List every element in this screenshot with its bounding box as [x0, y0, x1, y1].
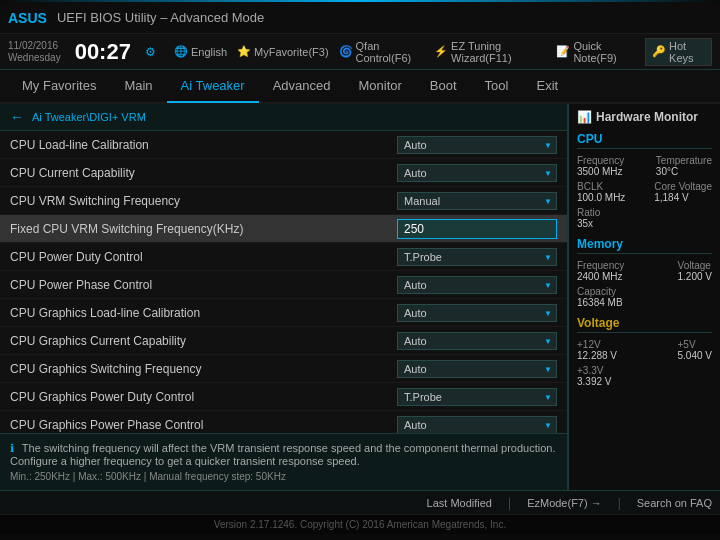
hw-ratio-label: Ratio	[577, 207, 712, 218]
last-modified-btn[interactable]: Last Modified	[427, 497, 492, 509]
nav-aitweaker[interactable]: Ai Tweaker	[167, 69, 259, 103]
footer: Version 2.17.1246. Copyright (C) 2016 Am…	[0, 514, 720, 534]
nav-tool[interactable]: Tool	[471, 69, 523, 103]
globe-icon: 🌐	[174, 45, 188, 58]
datetime-display: 11/02/2016 Wednesday	[8, 40, 61, 64]
hotkeys-link[interactable]: 🔑 Hot Keys	[645, 38, 712, 66]
info-text-row: ℹ The switching frequency will affect th…	[10, 442, 557, 467]
setting-dropdown[interactable]: AutoManual	[397, 360, 557, 378]
info-icon: ℹ	[10, 442, 14, 454]
setting-label: CPU Graphics Switching Frequency	[10, 362, 397, 376]
hw-5v-value: 5.040 V	[678, 350, 712, 361]
dropdown-wrapper: AutoManual	[397, 360, 557, 378]
breadcrumb: ← Ai Tweaker\DIGI+ VRM	[0, 104, 567, 131]
setting-dropdown[interactable]: T.ProbeExtreme	[397, 248, 557, 266]
hw-cpu-row1: Frequency 3500 MHz Temperature 30°C	[577, 155, 712, 177]
setting-row[interactable]: CPU VRM Switching FrequencyAutoManual	[0, 187, 567, 215]
hw-33v-label: +3.3V	[577, 365, 712, 376]
setting-row[interactable]: CPU Power Duty ControlT.ProbeExtreme	[0, 243, 567, 271]
note-icon: 📝	[556, 45, 570, 58]
hw-cpu-ratio: Ratio 35x	[577, 207, 712, 229]
nav-advanced[interactable]: Advanced	[259, 69, 345, 103]
setting-row[interactable]: CPU Graphics Switching FrequencyAutoManu…	[0, 355, 567, 383]
dropdown-wrapper: AutoLevel 1Level 2Level 3Level 4Level 5L…	[397, 304, 557, 322]
setting-row[interactable]: CPU Current CapabilityAuto100%110%120%13…	[0, 159, 567, 187]
hotkeys-icon: 🔑	[652, 45, 666, 58]
dropdown-wrapper: AutoLevel 1Level 2Level 3Level 4Level 5L…	[397, 136, 557, 154]
setting-dropdown[interactable]: T.ProbeExtreme	[397, 388, 557, 406]
setting-row[interactable]: CPU Graphics Power Phase ControlAutoStan…	[0, 411, 567, 433]
dropdown-wrapper: AutoStandardOptimizedExtreme	[397, 416, 557, 434]
setting-dropdown[interactable]: Auto100%110%120%130%140%	[397, 332, 557, 350]
hw-mem-row1: Frequency 2400 MHz Voltage 1.200 V	[577, 260, 712, 282]
eztuning-label: EZ Tuning Wizard(F11)	[451, 40, 546, 64]
second-bar: 11/02/2016 Wednesday 00:27 ⚙ 🌐 English ⭐…	[0, 34, 720, 70]
ezmode-btn[interactable]: EzMode(F7) →	[527, 497, 602, 509]
myfavorite-link[interactable]: ⭐ MyFavorite(F3)	[237, 38, 329, 66]
setting-label: CPU Graphics Power Duty Control	[10, 390, 397, 404]
hw-cpu-freq-value: 3500 MHz	[577, 166, 624, 177]
setting-row[interactable]: CPU Graphics Power Duty ControlT.ProbeEx…	[0, 383, 567, 411]
setting-dropdown[interactable]: AutoLevel 1Level 2Level 3Level 4Level 5L…	[397, 304, 557, 322]
hw-mem-capacity: Capacity 16384 MB	[577, 286, 712, 308]
hw-ratio-value: 35x	[577, 218, 712, 229]
hw-monitor-title: 📊 Hardware Monitor	[577, 110, 712, 124]
clock-display: 00:27	[75, 39, 131, 65]
main-area: ← Ai Tweaker\DIGI+ VRM CPU Load-line Cal…	[0, 104, 720, 490]
setting-dropdown[interactable]: AutoStandardOptimizedExtreme	[397, 416, 557, 434]
eztuning-link[interactable]: ⚡ EZ Tuning Wizard(F11)	[434, 38, 546, 66]
qfan-link[interactable]: 🌀 Qfan Control(F6)	[339, 38, 425, 66]
left-panel: ← Ai Tweaker\DIGI+ VRM CPU Load-line Cal…	[0, 104, 568, 490]
hw-cpu-title: CPU	[577, 132, 712, 149]
setting-dropdown[interactable]: AutoManual	[397, 192, 557, 210]
setting-dropdown[interactable]: AutoLevel 1Level 2Level 3Level 4Level 5L…	[397, 136, 557, 154]
nav-monitor[interactable]: Monitor	[345, 69, 416, 103]
hw-capacity-label: Capacity	[577, 286, 712, 297]
back-arrow-icon[interactable]: ←	[10, 109, 24, 125]
nav-exit[interactable]: Exit	[522, 69, 572, 103]
setting-row[interactable]: Fixed CPU VRM Switching Frequency(KHz)	[0, 215, 567, 243]
setting-input[interactable]	[397, 219, 557, 239]
setting-label: CPU Graphics Current Capability	[10, 334, 397, 348]
nav-boot[interactable]: Boot	[416, 69, 471, 103]
hw-cpu-temp-label: Temperature	[656, 155, 712, 166]
hw-33v: +3.3V 3.392 V	[577, 365, 712, 387]
setting-label: CPU Graphics Power Phase Control	[10, 418, 397, 432]
quicknote-link[interactable]: 📝 Quick Note(F9)	[556, 38, 635, 66]
hw-mem-volt-value: 1.200 V	[678, 271, 712, 282]
hw-corevolt-label: Core Voltage	[654, 181, 712, 192]
nav-myfavorites[interactable]: My Favorites	[8, 69, 110, 103]
hw-volt-row1: +12V 12.288 V +5V 5.040 V	[577, 339, 712, 361]
date-line2: Wednesday	[8, 52, 61, 64]
hw-mem-freq-value: 2400 MHz	[577, 271, 624, 282]
hw-monitor-label: Hardware Monitor	[596, 110, 698, 124]
hw-memory-title: Memory	[577, 237, 712, 254]
hw-capacity-value: 16384 MB	[577, 297, 712, 308]
setting-dropdown[interactable]: AutoStandardOptimizedExtremePower Phase …	[397, 276, 557, 294]
myfavorite-label: MyFavorite(F3)	[254, 46, 329, 58]
setting-label: CPU VRM Switching Frequency	[10, 194, 397, 208]
setting-dropdown[interactable]: Auto100%110%120%130%140%	[397, 164, 557, 182]
info-hint: Min.: 250KHz | Max.: 500KHz | Manual fre…	[10, 471, 557, 482]
right-panel: 📊 Hardware Monitor CPU Frequency 3500 MH…	[568, 104, 720, 490]
setting-label: CPU Load-line Calibration	[10, 138, 397, 152]
hw-bclk-value: 100.0 MHz	[577, 192, 625, 203]
fan-icon: 🌀	[339, 45, 353, 58]
clock-gear-icon[interactable]: ⚙	[145, 45, 156, 59]
setting-row[interactable]: CPU Load-line CalibrationAutoLevel 1Leve…	[0, 131, 567, 159]
search-faq-btn[interactable]: Search on FAQ	[637, 497, 712, 509]
asus-logo: ASUS	[8, 10, 47, 26]
nav-bar: My Favorites Main Ai Tweaker Advanced Mo…	[0, 70, 720, 104]
language-link[interactable]: 🌐 English	[174, 38, 227, 66]
ezmode-arrow-icon: →	[591, 497, 602, 509]
setting-row[interactable]: CPU Power Phase ControlAutoStandardOptim…	[0, 271, 567, 299]
setting-row[interactable]: CPU Graphics Load-line CalibrationAutoLe…	[0, 299, 567, 327]
ezmode-label: EzMode(F7)	[527, 497, 588, 509]
hw-cpu-row2: BCLK 100.0 MHz Core Voltage 1,184 V	[577, 181, 712, 203]
dropdown-wrapper: AutoManual	[397, 192, 557, 210]
hw-5v-label: +5V	[678, 339, 712, 350]
setting-row[interactable]: CPU Graphics Current CapabilityAuto100%1…	[0, 327, 567, 355]
top-bar-title: UEFI BIOS Utility – Advanced Mode	[57, 10, 264, 25]
nav-main[interactable]: Main	[110, 69, 166, 103]
dropdown-wrapper: Auto100%110%120%130%140%	[397, 164, 557, 182]
